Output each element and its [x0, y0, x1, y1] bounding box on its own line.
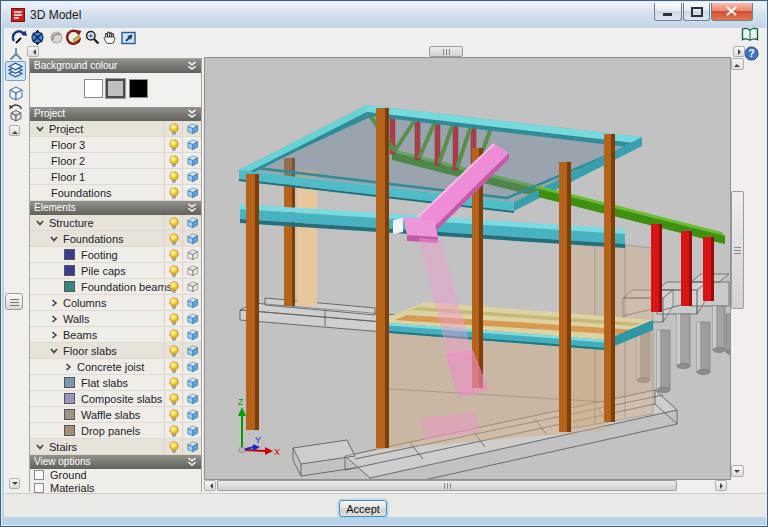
solid-view-cube-icon[interactable]: [186, 360, 199, 373]
strip-scroll-up-button[interactable]: [9, 125, 20, 136]
visibility-bulb-icon[interactable]: [168, 155, 180, 167]
solid-view-cube-icon[interactable]: [186, 296, 199, 309]
tree-row-drop-panels[interactable]: Drop panels: [30, 423, 201, 439]
tree-row-walls[interactable]: Walls: [30, 311, 201, 327]
visibility-bulb-icon[interactable]: [168, 281, 180, 293]
swatch-grey-selected[interactable]: [106, 79, 125, 98]
tree-row-project[interactable]: Project: [30, 121, 201, 137]
chevron-down-icon[interactable]: [35, 218, 45, 228]
wireframe-view-cube-icon[interactable]: [186, 280, 199, 293]
visibility-bulb-icon[interactable]: [168, 249, 180, 261]
swatch-white[interactable]: [84, 79, 103, 98]
layers-icon[interactable]: [7, 62, 24, 80]
tree-row-foundations-floor[interactable]: Foundations: [30, 185, 201, 201]
solid-view-cube-icon[interactable]: [186, 376, 199, 389]
solid-view-cube-icon[interactable]: [186, 440, 199, 453]
collapse-chevron-icon[interactable]: [187, 61, 197, 71]
chevron-right-icon[interactable]: [49, 330, 59, 340]
solid-view-cube-icon[interactable]: [186, 392, 199, 405]
collapse-chevron-icon[interactable]: [187, 203, 197, 213]
chevron-down-icon[interactable]: [49, 346, 59, 356]
solid-view-cube-icon[interactable]: [186, 138, 199, 151]
solid-view-cube-icon[interactable]: [186, 122, 199, 135]
visibility-bulb-icon[interactable]: [168, 297, 180, 309]
hscroll-bottom-right-button[interactable]: [715, 480, 727, 491]
maximize-button[interactable]: [683, 3, 710, 21]
tree-row-stairs[interactable]: Stairs: [30, 439, 201, 455]
solid-view-cube-icon[interactable]: [186, 328, 199, 341]
background-colour-header[interactable]: Background colour: [30, 59, 201, 73]
tree-row-beams[interactable]: Beams: [30, 327, 201, 343]
tree-row-floor1[interactable]: Floor 1: [30, 169, 201, 185]
zoom-window-icon[interactable]: [84, 29, 101, 46]
solid-view-cube-icon[interactable]: [186, 344, 199, 357]
vscroll-thumb[interactable]: [731, 191, 744, 309]
visibility-bulb-icon[interactable]: [168, 187, 180, 199]
solid-view-cube-icon[interactable]: [186, 186, 199, 199]
visibility-bulb-icon[interactable]: [168, 345, 180, 357]
axes-icon[interactable]: [8, 46, 24, 61]
visibility-bulb-icon[interactable]: [168, 313, 180, 325]
chevron-down-icon[interactable]: [35, 124, 45, 134]
solid-view-cube-icon[interactable]: [186, 170, 199, 183]
minimize-button[interactable]: [654, 3, 682, 21]
manual-book-icon[interactable]: [741, 27, 759, 43]
tree-row-floor3[interactable]: Floor 3: [30, 137, 201, 153]
collapse-chevron-icon[interactable]: [187, 457, 197, 467]
strip-scroll-down-button[interactable]: [9, 478, 20, 489]
visibility-bulb-icon[interactable]: [168, 425, 180, 437]
ground-checkbox[interactable]: [34, 470, 44, 480]
solid-view-cube-icon[interactable]: [186, 424, 199, 437]
help-icon[interactable]: ?: [744, 46, 759, 61]
swatch-black[interactable]: [129, 79, 148, 98]
chevron-right-icon[interactable]: [63, 362, 73, 372]
solid-view-cube-icon[interactable]: [186, 232, 199, 245]
rotate-view-icon[interactable]: [11, 29, 28, 46]
visibility-bulb-icon[interactable]: [168, 171, 180, 183]
tree-row-columns[interactable]: Columns: [30, 295, 201, 311]
tree-row-flat-slabs[interactable]: Flat slabs: [30, 375, 201, 391]
hscroll-bottom-thumb[interactable]: [217, 480, 677, 491]
checkbox-row-ground[interactable]: Ground: [30, 469, 201, 482]
3d-model-canvas[interactable]: Z X Y: [205, 58, 730, 479]
hscroll-top-left-button[interactable]: [27, 46, 39, 57]
redraw-icon[interactable]: [65, 29, 82, 46]
visibility-bulb-icon[interactable]: [168, 265, 180, 277]
wireframe-box-icon[interactable]: [7, 84, 25, 102]
tree-row-footing[interactable]: Footing: [30, 247, 201, 263]
visibility-bulb-icon[interactable]: [168, 329, 180, 341]
solid-view-cube-icon[interactable]: [186, 216, 199, 229]
tree-row-foundations[interactable]: Foundations: [30, 231, 201, 247]
orbit-model-icon[interactable]: [29, 29, 46, 46]
tree-row-floor2[interactable]: Floor 2: [30, 153, 201, 169]
solid-view-cube-icon[interactable]: [186, 408, 199, 421]
close-button[interactable]: [711, 3, 753, 21]
tree-row-concrete-joist[interactable]: Concrete joist: [30, 359, 201, 375]
chevron-right-icon[interactable]: [49, 314, 59, 324]
visibility-bulb-icon[interactable]: [168, 377, 180, 389]
hscroll-top-thumb[interactable]: [429, 46, 463, 57]
tree-row-composite-slabs[interactable]: Composite slabs: [30, 391, 201, 407]
tree-row-foundation-beams[interactable]: Foundation beams: [30, 279, 201, 295]
vscroll-up-button[interactable]: [731, 58, 744, 70]
tree-row-pile-caps[interactable]: Pile caps: [30, 263, 201, 279]
view-options-header[interactable]: View options: [30, 455, 201, 469]
vscroll-down-button[interactable]: [731, 465, 744, 477]
wireframe-view-cube-icon[interactable]: [186, 264, 199, 277]
chevron-right-icon[interactable]: [49, 298, 59, 308]
tree-row-floor-slabs[interactable]: Floor slabs: [30, 343, 201, 359]
pan-hand-icon[interactable]: [101, 29, 118, 46]
tree-row-waffle-slabs[interactable]: Waffle slabs: [30, 407, 201, 423]
visibility-bulb-icon[interactable]: [168, 123, 180, 135]
elements-header[interactable]: Elements: [30, 201, 201, 215]
visibility-bulb-icon[interactable]: [168, 441, 180, 453]
hscroll-bottom-left-button[interactable]: [204, 480, 216, 491]
materials-checkbox[interactable]: [34, 483, 44, 493]
accept-button[interactable]: Accept: [339, 500, 387, 517]
visibility-bulb-icon[interactable]: [168, 409, 180, 421]
collapse-chevron-icon[interactable]: [187, 109, 197, 119]
visibility-bulb-icon[interactable]: [168, 139, 180, 151]
tree-row-structure[interactable]: Structure: [30, 215, 201, 231]
chevron-down-icon[interactable]: [49, 234, 59, 244]
hscroll-top-right-button[interactable]: [733, 46, 745, 57]
